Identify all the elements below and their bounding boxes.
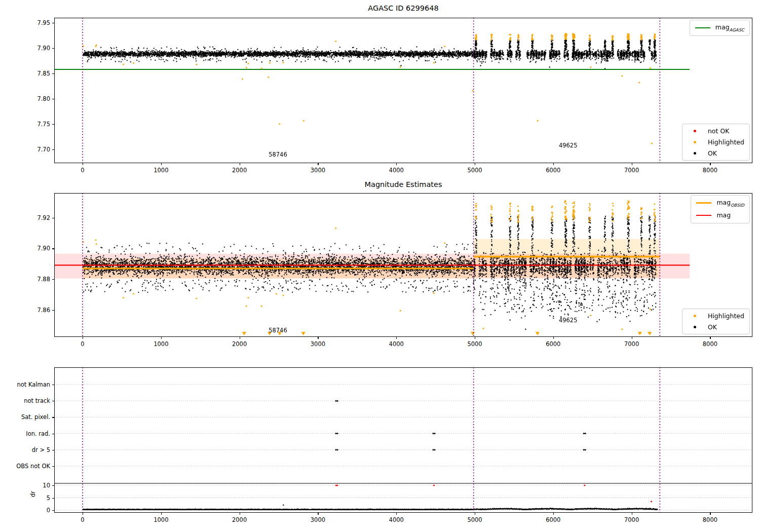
legend-label: mag	[716, 211, 731, 220]
x-tick-label: 6000	[546, 340, 560, 348]
x-tick-mark	[161, 337, 162, 339]
y-tick-mark	[52, 498, 54, 499]
x-tick-mark	[396, 513, 397, 515]
x-tick-mark	[161, 163, 162, 165]
dot-sample	[688, 326, 703, 328]
x-tick-label: 1000	[154, 516, 168, 523]
plot-annotation: 58746	[269, 151, 287, 158]
x-tick-label: 8000	[703, 516, 717, 523]
dr-tick-label: 5	[5, 495, 50, 502]
legend-label: magOBSID	[716, 199, 744, 208]
flag-row-label: not Kalman	[5, 381, 50, 388]
x-tick-label: 1000	[154, 167, 168, 174]
legend-item-mag-obsid: magOBSID	[696, 199, 744, 208]
y-tick-label: 7.80	[5, 95, 50, 102]
y-tick-mark	[52, 434, 54, 434]
y-tick-mark	[52, 417, 54, 417]
legend-item-ok: OK	[688, 149, 744, 157]
x-tick-label: 0	[81, 167, 84, 174]
x-tick-label: 7000	[624, 516, 639, 523]
line-sample	[696, 202, 711, 204]
legend-label: Highlighted	[708, 138, 744, 146]
y-tick-label: 7.90	[5, 45, 50, 52]
x-tick-mark	[710, 163, 710, 165]
y-tick-mark	[52, 401, 54, 401]
dot-sample	[688, 130, 703, 132]
legend-mag-agasc: magAGASC	[690, 20, 750, 36]
x-tick-mark	[632, 513, 632, 515]
x-tick-mark	[240, 337, 240, 339]
plot-title-middle: Magnitude Estimates	[54, 180, 752, 188]
y-tick-label: 7.88	[5, 276, 50, 283]
y-tick-mark	[52, 450, 54, 450]
legend-label: magAGASC	[715, 23, 744, 32]
x-tick-label: 2000	[232, 340, 247, 348]
legend-item-mag-agasc: magAGASC	[695, 23, 744, 32]
y-tick-mark	[52, 48, 54, 49]
legend-label: Highlighted	[708, 312, 744, 320]
legend-label: OK	[708, 323, 717, 331]
flag-row-label: OBS not OK	[5, 463, 50, 470]
y-tick-mark	[52, 73, 54, 74]
x-tick-label: 1000	[154, 340, 168, 348]
legend-markers-top: not OK Highlighted OK	[682, 124, 750, 161]
legend-mag-lines: magOBSID mag	[691, 195, 750, 223]
x-tick-label: 4000	[389, 340, 404, 348]
dr-tick-label: 10	[5, 482, 50, 489]
mag-agasc-canvas	[54, 18, 752, 163]
dot-sample	[688, 315, 703, 317]
x-tick-mark	[240, 163, 240, 165]
legend-label: OK	[708, 149, 717, 157]
legend-item-mag: mag	[696, 211, 744, 220]
x-tick-mark	[475, 513, 475, 515]
x-tick-label: 5000	[467, 516, 482, 523]
plot-mag-agasc: magAGASC not OK Highlighted OK	[54, 18, 752, 163]
magnitude-estimates-canvas	[54, 193, 752, 337]
y-tick-mark	[52, 149, 54, 150]
x-tick-mark	[83, 163, 83, 165]
y-tick-label: 7.85	[5, 70, 50, 77]
line-sample	[696, 215, 711, 216]
y-tick-label: 7.86	[5, 307, 50, 314]
y-tick-mark	[52, 248, 54, 249]
x-tick-label: 3000	[311, 340, 325, 348]
x-tick-mark	[475, 337, 475, 339]
flag-row-label: not track	[5, 397, 50, 404]
x-tick-label: 8000	[703, 167, 717, 174]
flag-row-label: dr > 5	[5, 446, 50, 453]
x-tick-label: 7000	[624, 167, 639, 174]
x-tick-mark	[553, 337, 554, 339]
y-tick-label: 7.90	[5, 245, 50, 252]
flags-dr-canvas	[54, 367, 752, 513]
x-tick-mark	[318, 163, 318, 165]
x-tick-label: 8000	[703, 340, 717, 348]
y-tick-mark	[52, 279, 54, 280]
x-tick-mark	[632, 163, 632, 165]
y-tick-mark	[52, 124, 54, 125]
y-tick-label: 7.92	[5, 214, 50, 221]
figure: AGASC ID 6299648 Magnitude Estimates mag…	[0, 0, 760, 532]
y-tick-label: 7.75	[5, 121, 50, 128]
y-tick-mark	[52, 310, 54, 311]
plot-magnitude-estimates: magOBSID mag Highlighted OK	[54, 193, 752, 337]
plot-annotation: 49625	[559, 142, 578, 149]
legend-item-highlighted: Highlighted	[688, 312, 744, 320]
x-tick-label: 4000	[389, 167, 404, 174]
x-tick-mark	[318, 337, 318, 339]
legend-label: not OK	[708, 127, 729, 135]
x-tick-label: 2000	[232, 516, 247, 523]
x-tick-mark	[710, 513, 710, 515]
y-tick-mark	[52, 466, 54, 467]
x-tick-label: 5000	[467, 167, 482, 174]
y-tick-mark	[52, 485, 54, 486]
x-tick-mark	[396, 163, 397, 165]
dot-sample	[688, 141, 703, 143]
plot-title-top: AGASC ID 6299648	[54, 4, 752, 12]
flag-row-label: Ion. rad.	[5, 430, 50, 437]
x-tick-mark	[240, 513, 240, 515]
dr-tick-label: 0	[5, 507, 50, 514]
line-sample	[695, 27, 710, 28]
y-tick-label: 7.70	[5, 146, 50, 153]
x-tick-label: 3000	[311, 516, 325, 523]
y-tick-mark	[52, 510, 54, 511]
